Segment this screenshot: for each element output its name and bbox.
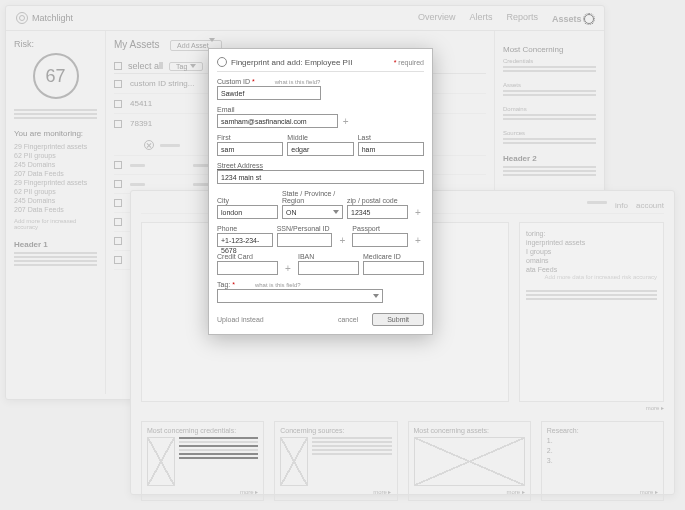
add-ssn-button[interactable]: + [336,234,348,246]
fingerprint-modal: Fingerprint and add: Employee PII requir… [208,48,433,335]
phone-input[interactable]: +1-123-234-5678 [217,233,273,247]
last-name-input[interactable]: ham [358,142,424,156]
submit-button[interactable]: Submit [372,313,424,326]
tag-select[interactable] [217,289,383,303]
modal-title: Fingerprint and add: Employee PII [231,58,390,67]
city-input[interactable]: london [217,205,278,219]
email-input[interactable]: samham@sasfinancial.com [217,114,338,128]
custom-id-input[interactable]: Sawdef [217,86,321,100]
zip-input[interactable]: 12345 [347,205,408,219]
medicare-input[interactable] [363,261,424,275]
credit-card-input[interactable] [217,261,278,275]
cancel-button[interactable]: cancel [330,314,366,325]
add-email-button[interactable]: + [340,115,352,127]
passport-input[interactable] [352,233,408,247]
ssn-input[interactable] [277,233,333,247]
street-input[interactable]: 1234 main st [217,170,424,184]
add-address-button[interactable]: + [412,206,424,218]
fingerprint-icon [217,57,227,67]
upload-instead-link[interactable]: Upload instead [217,316,264,323]
required-label: required [394,59,424,66]
state-select[interactable]: ON [282,205,343,219]
iban-input[interactable] [298,261,359,275]
first-name-input[interactable]: sam [217,142,283,156]
add-passport-button[interactable]: + [412,234,424,246]
middle-name-input[interactable]: edgar [287,142,353,156]
add-cc-button[interactable]: + [282,262,294,274]
